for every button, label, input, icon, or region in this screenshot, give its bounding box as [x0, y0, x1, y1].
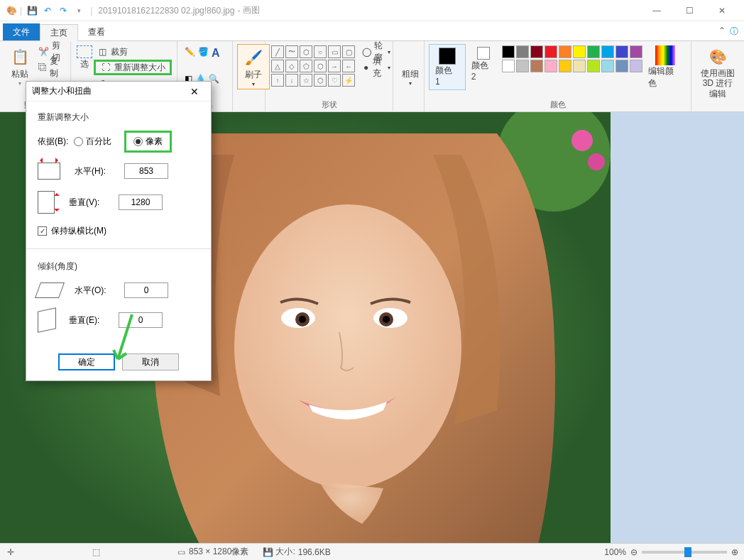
color-swatch[interactable]	[530, 60, 543, 72]
color-swatch[interactable]	[630, 60, 642, 72]
tab-view[interactable]: 查看	[78, 23, 115, 40]
color-swatch[interactable]	[516, 60, 529, 72]
collapse-ribbon-icon[interactable]: ⌃	[718, 26, 726, 38]
save-icon[interactable]: 💾	[26, 5, 38, 16]
color2-button[interactable]: 颜色 2	[466, 44, 501, 84]
color-swatch[interactable]	[516, 45, 529, 58]
zoom-in-button[interactable]: ⊕	[731, 547, 738, 557]
color-swatch[interactable]	[573, 45, 586, 58]
brush-icon: 🖌️	[242, 46, 265, 69]
dialog-close-button[interactable]: ✕	[184, 86, 205, 97]
color-palette[interactable]	[500, 44, 644, 74]
maximize-button[interactable]: ☐	[673, 0, 706, 21]
color-swatch[interactable]	[587, 45, 600, 58]
horizontal-input[interactable]	[124, 163, 168, 179]
thickness-icon	[402, 45, 419, 68]
color-swatch[interactable]	[530, 45, 543, 58]
dialog-titlebar[interactable]: 调整大小和扭曲 ✕	[26, 82, 211, 101]
color-swatch[interactable]	[545, 60, 557, 72]
text-icon[interactable]: A	[212, 47, 220, 60]
copy-button[interactable]: ⿻复制	[35, 60, 66, 75]
tab-file[interactable]: 文件	[3, 23, 40, 40]
horizontal-pictogram	[38, 163, 60, 180]
radio-icon	[74, 137, 83, 146]
redo-icon[interactable]: ↷	[58, 5, 69, 16]
zoom-controls: 100% ⊖ ⊕	[604, 547, 738, 557]
checkbox-icon: ✓	[38, 226, 47, 236]
aspect-ratio-checkbox[interactable]: ✓ 保持纵横比(M)	[38, 225, 199, 237]
color-swatch[interactable]	[559, 60, 571, 72]
minimize-button[interactable]: —	[640, 0, 673, 21]
color1-button[interactable]: 颜色 1	[429, 44, 466, 90]
svg-point-5	[234, 204, 461, 488]
crop-button[interactable]: ◫裁剪	[94, 44, 172, 60]
thickness-button[interactable]: 粗细 ▾	[398, 44, 423, 88]
cut-icon: ✂️	[38, 46, 49, 57]
skew-horizontal-input[interactable]	[124, 282, 168, 298]
quick-access-toolbar: 💾 ↶ ↷ ▾	[26, 5, 84, 16]
radio-pixels[interactable]: 像素	[124, 131, 172, 153]
paint3d-button[interactable]: 🎨 使用画图 3D 进行编辑	[696, 44, 740, 100]
crop-icon: ◫	[97, 46, 108, 57]
color-swatch[interactable]	[545, 45, 557, 58]
crosshair-icon: ✛	[6, 547, 16, 557]
close-button[interactable]: ✕	[706, 0, 738, 21]
edit-colors-button[interactable]: 编辑颜色	[644, 44, 686, 91]
color-swatch[interactable]	[601, 45, 614, 58]
color-swatch[interactable]	[616, 60, 628, 72]
horizontal-label: 水平(H):	[75, 165, 124, 177]
zoom-slider[interactable]	[642, 551, 727, 554]
color-swatch[interactable]	[502, 45, 515, 58]
radio-percent[interactable]: 百分比	[74, 136, 111, 148]
by-label: 依据(B):	[38, 136, 68, 148]
undo-icon[interactable]: ↶	[42, 5, 53, 16]
fill-icon[interactable]: 🪣	[198, 47, 209, 57]
color-swatch[interactable]	[559, 45, 571, 58]
pencil-icon[interactable]: ✏️	[185, 47, 195, 57]
app-icon: 🎨	[6, 5, 17, 16]
file-size-cell: 💾 大小: 196.6KB	[263, 546, 334, 558]
cancel-button[interactable]: 取消	[122, 353, 179, 370]
color-swatch[interactable]	[616, 45, 628, 58]
app-name: 画图	[243, 4, 260, 16]
help-icon[interactable]: ⓘ	[730, 26, 738, 38]
ribbon-group-brush: 🖌️ 刷子 ▾	[233, 41, 266, 111]
vertical-pictogram	[38, 191, 55, 214]
cursor-position-cell: ✛	[6, 547, 77, 557]
qat-dropdown-icon[interactable]: ▾	[73, 5, 84, 16]
disk-icon: 💾	[263, 547, 273, 557]
ribbon-group-paint3d: 🎨 使用画图 3D 进行编辑	[691, 41, 744, 111]
zoom-thumb[interactable]	[684, 547, 691, 557]
vertical-label: 垂直(V):	[69, 197, 119, 209]
color-swatch[interactable]	[587, 60, 600, 72]
color-swatch[interactable]	[630, 45, 642, 58]
color-swatch[interactable]	[601, 60, 614, 72]
document-filename: 20191018162122830 02.jpg!860.jpg	[98, 6, 234, 16]
shapes-group-label: 形状	[270, 98, 388, 110]
canvas-dims-cell: ▭ 853 × 1280像素	[176, 546, 248, 558]
vertical-input[interactable]	[119, 194, 163, 210]
select-icon	[77, 45, 92, 58]
svg-point-8	[299, 316, 306, 323]
color-swatch[interactable]	[573, 60, 586, 72]
skew-section-label: 倾斜(角度)	[38, 260, 199, 273]
skew-vertical-input[interactable]	[119, 312, 163, 328]
tab-home[interactable]: 主页	[40, 24, 78, 41]
svg-point-4	[588, 153, 605, 170]
fill-shape-button[interactable]: ●填充▾	[359, 60, 393, 75]
selection-icon: ⬚	[91, 547, 101, 557]
shapes-gallery[interactable]: ╱〜⬡○▭▢ △◇⬠⬡→← ↑↓☆⬡♡⚡	[270, 44, 356, 88]
selection-size-cell: ⬚	[91, 547, 162, 557]
ribbon-group-shapes: ╱〜⬡○▭▢ △◇⬠⬡→← ↑↓☆⬡♡⚡ ◯轮廓▾ ●填充▾ 形状	[266, 41, 393, 111]
ok-button[interactable]: 确定	[58, 353, 115, 370]
dims-icon: ▭	[176, 547, 186, 557]
ribbon-group-colors: 颜色 1 颜色 2 编辑颜色 颜色	[425, 41, 691, 111]
paste-icon: 📋	[9, 45, 31, 68]
copy-icon: ⿻	[38, 62, 47, 73]
paint3d-icon: 🎨	[706, 45, 729, 68]
color-swatch[interactable]	[502, 60, 515, 72]
svg-point-11	[383, 316, 390, 323]
resize-button[interactable]: ⛶重新调整大小	[94, 60, 172, 75]
ribbon-group-stroke: 粗细 ▾	[393, 41, 425, 111]
zoom-out-button[interactable]: ⊖	[630, 547, 638, 557]
